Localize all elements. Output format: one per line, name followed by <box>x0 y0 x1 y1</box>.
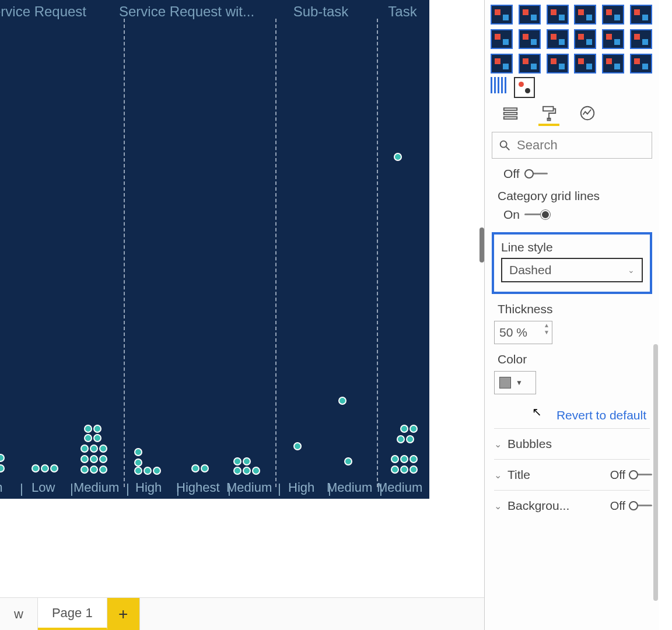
chevron-down-icon: ⌄ <box>494 439 502 450</box>
title-toggle[interactable] <box>629 469 650 481</box>
line-style-select[interactable]: Dashed ⌄ <box>501 258 643 282</box>
svg-line-7 <box>506 147 510 150</box>
thickness-input[interactable]: 50 % ▲▼ <box>494 321 552 344</box>
x-axis-label: High <box>135 480 162 495</box>
viz-type-thumb[interactable] <box>602 29 624 49</box>
background-toggle[interactable] <box>629 500 650 512</box>
analytics-icon <box>579 104 596 122</box>
paint-roller-icon <box>540 104 558 122</box>
viz-type-thumb[interactable] <box>630 29 652 49</box>
chevron-down-icon: ▼ <box>516 379 523 387</box>
viz-type-thumb[interactable] <box>547 5 569 24</box>
viz-type-thumb[interactable] <box>574 54 596 74</box>
viz-type-thumb[interactable] <box>514 77 535 98</box>
format-tab[interactable] <box>538 103 559 126</box>
x-axis-label: Medium <box>226 480 272 495</box>
section-title: Backgrou... <box>508 499 569 513</box>
chevron-down-icon: ⌄ <box>628 265 635 275</box>
viz-type-thumb[interactable] <box>574 29 596 49</box>
search-placeholder: Search <box>517 138 558 153</box>
x-axis-label: Medium <box>74 480 119 495</box>
viz-type-thumb[interactable] <box>630 5 652 24</box>
page-tabs: w Page 1 + <box>0 597 484 630</box>
viz-type-thumb[interactable] <box>630 54 652 74</box>
x-axis-label: Medium <box>377 480 422 495</box>
category-grid-toggle[interactable] <box>524 209 550 220</box>
line-style-label: Line style <box>501 240 643 254</box>
section-title: Title <box>508 468 530 482</box>
toggle-label: Off <box>503 167 520 181</box>
viz-type-thumb[interactable] <box>491 29 513 49</box>
svg-rect-2 <box>504 117 517 119</box>
viz-type-thumb[interactable] <box>602 5 624 24</box>
viz-type-thumb[interactable] <box>491 54 513 74</box>
color-picker[interactable]: ▼ <box>494 371 536 394</box>
toggle-label: On <box>503 208 520 222</box>
x-axis-label: Highest <box>176 480 220 495</box>
search-icon <box>498 139 511 152</box>
title-section[interactable]: ⌄ Title Off <box>494 459 650 490</box>
fields-tab[interactable] <box>500 103 521 126</box>
column-header: Sub-task <box>274 4 368 20</box>
chevron-down-icon: ⌄ <box>494 501 502 512</box>
visual-scrollbar[interactable] <box>480 228 484 262</box>
spinner-icon[interactable]: ▲▼ <box>544 323 550 335</box>
visualization-gallery <box>485 0 659 76</box>
bubbles-section[interactable]: ⌄ Bubbles <box>494 428 650 459</box>
viz-type-thumb[interactable] <box>491 5 513 24</box>
page-tab-partial[interactable]: w <box>0 598 38 630</box>
viz-type-thumb[interactable] <box>519 54 541 74</box>
svg-rect-3 <box>543 107 554 111</box>
revert-to-default-link[interactable]: Revert to default <box>494 408 646 422</box>
analytics-tab[interactable] <box>577 103 598 126</box>
page-tab-page1[interactable]: Page 1 <box>38 598 107 630</box>
toggle-label: Off <box>610 468 625 482</box>
column-header: Service Request wit... <box>111 4 262 20</box>
svg-point-6 <box>501 141 507 148</box>
thickness-value: 50 <box>499 326 513 340</box>
format-search-input[interactable]: Search <box>492 132 652 159</box>
toggle-label: Off <box>610 499 625 513</box>
x-axis-label: Low <box>32 480 55 495</box>
panel-scrollbar[interactable] <box>653 344 658 601</box>
thickness-unit: % <box>516 326 527 340</box>
viz-type-thumb[interactable] <box>602 54 624 74</box>
column-header: Service Request <box>0 4 111 20</box>
viz-type-thumb[interactable] <box>547 29 569 49</box>
viz-type-thumb[interactable] <box>519 5 541 24</box>
background-section[interactable]: ⌄ Backgrou... Off <box>494 490 650 521</box>
chevron-down-icon: ⌄ <box>494 470 502 481</box>
x-axis-label: gh <box>0 480 2 495</box>
report-canvas[interactable]: Service Request Service Request wit... S… <box>0 0 484 499</box>
viz-type-thumb[interactable] <box>574 5 596 24</box>
viz-type-thumb[interactable] <box>519 29 541 49</box>
line-style-value: Dashed <box>509 263 551 277</box>
svg-rect-0 <box>504 108 517 110</box>
color-swatch <box>499 377 511 388</box>
column-header: Task <box>373 4 432 20</box>
add-page-button[interactable]: + <box>107 598 140 630</box>
x-axis-label: Medium <box>327 480 372 495</box>
svg-rect-1 <box>504 113 517 115</box>
category-grid-lines-label: Category grid lines <box>498 189 650 203</box>
visualizations-pane: Search Off Category grid lines On Line s… <box>484 0 659 630</box>
viz-type-thumb[interactable] <box>547 54 569 74</box>
x-axis-label: High <box>288 480 314 495</box>
section-title: Bubbles <box>508 437 552 451</box>
line-style-highlight: Line style Dashed ⌄ <box>492 232 652 294</box>
color-label: Color <box>498 352 650 366</box>
thickness-label: Thickness <box>498 302 650 316</box>
fields-icon <box>502 104 519 122</box>
viz-type-thumb[interactable] <box>491 77 508 93</box>
scatter-visual[interactable]: Service Request Service Request wit... S… <box>0 0 429 499</box>
toggle-switch[interactable] <box>524 168 550 180</box>
